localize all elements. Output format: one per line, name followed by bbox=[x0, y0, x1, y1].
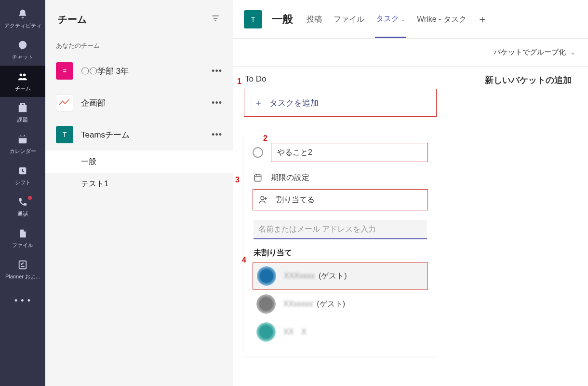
tab-wrike[interactable]: Wrike - タスク bbox=[416, 1, 468, 37]
svg-point-11 bbox=[261, 196, 264, 200]
bucket-title: To Do bbox=[244, 72, 437, 89]
channel-avatar-icon: T bbox=[244, 10, 262, 28]
person-name: XX X bbox=[283, 327, 307, 337]
team-name: Teamsチーム bbox=[81, 129, 204, 140]
rail-label: 通話 bbox=[17, 210, 28, 218]
due-date-label: 期限の設定 bbox=[271, 173, 309, 183]
channel-title: 一般 bbox=[272, 12, 293, 27]
team-row[interactable]: T Teamsチーム ••• bbox=[45, 119, 233, 151]
rail-more[interactable]: • • • bbox=[14, 288, 31, 314]
channel-row[interactable]: テスト1 bbox=[45, 173, 233, 195]
team-row[interactable]: = 〇〇学部 3年 ••• bbox=[45, 55, 233, 87]
rail-label: アクティビティ bbox=[4, 22, 41, 29]
person-suffix: (ゲスト) bbox=[317, 299, 345, 309]
phone-icon bbox=[16, 196, 29, 208]
teams-panel: チーム あなたのチーム = 〇〇学部 3年 ••• 企画部 ••• T Team… bbox=[45, 0, 233, 386]
avatar-icon bbox=[256, 294, 276, 314]
channel-header: T 一般 投稿 ファイル タスク⌄ Wrike - タスク ＋ bbox=[233, 0, 588, 39]
rail-assignments[interactable]: 課題 bbox=[0, 97, 45, 128]
tab-files[interactable]: ファイル bbox=[333, 1, 365, 37]
annotation: 2 bbox=[263, 134, 267, 143]
calendar-outline-icon bbox=[253, 172, 263, 183]
svg-point-2 bbox=[23, 74, 26, 77]
assignee-search-input[interactable] bbox=[254, 220, 427, 239]
annotation: 4 bbox=[242, 256, 246, 264]
chevron-down-icon: ⌄ bbox=[401, 16, 405, 22]
rail-chat[interactable]: チャット bbox=[0, 34, 45, 66]
bell-icon bbox=[16, 8, 29, 20]
person-option[interactable]: XX X bbox=[253, 318, 428, 346]
teams-icon bbox=[16, 70, 29, 83]
rail-calendar[interactable]: カレンダー bbox=[0, 128, 45, 160]
teams-panel-title: チーム bbox=[58, 13, 87, 26]
team-more-button[interactable]: ••• bbox=[212, 66, 222, 76]
svg-point-1 bbox=[20, 74, 23, 77]
annotation: 3 bbox=[235, 176, 240, 184]
group-by-label[interactable]: バケットでグループ化 bbox=[494, 48, 566, 57]
board-toolbar: バケットでグループ化 ⌄ bbox=[233, 39, 588, 67]
svg-rect-9 bbox=[19, 261, 27, 269]
team-name: 〇〇学部 3年 bbox=[81, 66, 204, 77]
assign-person-icon bbox=[258, 194, 268, 205]
add-tab-button[interactable]: ＋ bbox=[477, 12, 488, 27]
avatar-icon bbox=[257, 266, 276, 286]
app-rail: アクティビティ チャット チーム 課題 カレンダー シフト 通話 ファイル Pl… bbox=[0, 0, 45, 386]
team-more-button[interactable]: ••• bbox=[212, 130, 222, 140]
rail-label: チーム bbox=[15, 85, 31, 92]
add-bucket-button[interactable]: 新しいバケットの追加 bbox=[485, 72, 572, 86]
teams-panel-header: チーム bbox=[45, 0, 233, 39]
clock-icon bbox=[16, 165, 29, 177]
rail-label: チャット bbox=[12, 54, 33, 61]
your-teams-label: あなたのチーム bbox=[45, 39, 233, 55]
assign-label: 割り当てる bbox=[276, 195, 315, 205]
rail-shifts[interactable]: シフト bbox=[0, 160, 45, 191]
unassigned-label: 未割り当て bbox=[254, 248, 428, 258]
team-row[interactable]: 企画部 ••• bbox=[45, 87, 233, 119]
add-task-label: タスクを追加 bbox=[269, 97, 319, 109]
person-option[interactable]: XXxxxxx (ゲスト) bbox=[253, 290, 428, 318]
team-more-button[interactable]: ••• bbox=[212, 98, 222, 108]
assign-button[interactable]: 割り当てる bbox=[253, 189, 428, 210]
person-name: XXXxxxx bbox=[284, 272, 315, 280]
rail-label: カレンダー bbox=[10, 148, 36, 155]
team-avatar-icon bbox=[56, 94, 73, 111]
channel-row[interactable]: 一般 bbox=[45, 151, 233, 173]
tab-tasks[interactable]: タスク⌄ bbox=[375, 0, 406, 38]
planner-board: 1 To Do ＋ タスクを追加 2 3 4 期限の設定 bbox=[233, 67, 588, 386]
add-task-button[interactable]: ＋ タスクを追加 bbox=[244, 89, 437, 117]
task-title-input[interactable] bbox=[271, 143, 428, 162]
rail-files[interactable]: ファイル bbox=[0, 222, 45, 254]
new-task-card: 2 3 4 期限の設定 割り当てる 未割り当て bbox=[244, 133, 437, 357]
team-avatar-icon: = bbox=[56, 62, 73, 80]
main-area: T 一般 投稿 ファイル タスク⌄ Wrike - タスク ＋ バケットでグルー… bbox=[233, 0, 588, 386]
notification-dot-icon bbox=[28, 196, 32, 200]
plus-icon: ＋ bbox=[254, 97, 263, 109]
svg-rect-10 bbox=[254, 175, 261, 181]
svg-point-6 bbox=[20, 135, 21, 136]
filter-icon[interactable] bbox=[211, 14, 220, 25]
rail-teams[interactable]: チーム bbox=[0, 66, 45, 97]
person-name: XXxxxxx bbox=[283, 300, 313, 308]
team-name: 企画部 bbox=[81, 97, 204, 109]
bucket-todo: 1 To Do ＋ タスクを追加 2 3 4 期限の設定 bbox=[244, 72, 437, 357]
set-due-date-button[interactable]: 期限の設定 bbox=[253, 167, 428, 188]
task-complete-toggle[interactable] bbox=[253, 147, 263, 158]
rail-label: Planner およ... bbox=[5, 273, 40, 280]
rail-label: ファイル bbox=[12, 242, 33, 249]
rail-label: シフト bbox=[15, 179, 31, 186]
annotation: 1 bbox=[237, 77, 241, 86]
rail-label: 課題 bbox=[17, 116, 28, 124]
file-icon bbox=[16, 227, 29, 240]
calendar-icon bbox=[16, 133, 29, 146]
rail-activity[interactable]: アクティビティ bbox=[0, 3, 45, 34]
rail-planner[interactable]: Planner およ... bbox=[0, 254, 45, 285]
rail-calls[interactable]: 通話 bbox=[0, 191, 45, 222]
bag-icon bbox=[16, 102, 29, 114]
chat-icon bbox=[16, 39, 29, 52]
svg-rect-3 bbox=[19, 106, 27, 112]
person-option[interactable]: XXXxxxx (ゲスト) bbox=[253, 262, 428, 290]
team-avatar-icon: T bbox=[56, 126, 73, 143]
tab-posts[interactable]: 投稿 bbox=[306, 1, 323, 37]
person-suffix: (ゲスト) bbox=[319, 271, 347, 281]
chevron-down-icon[interactable]: ⌄ bbox=[571, 49, 575, 56]
